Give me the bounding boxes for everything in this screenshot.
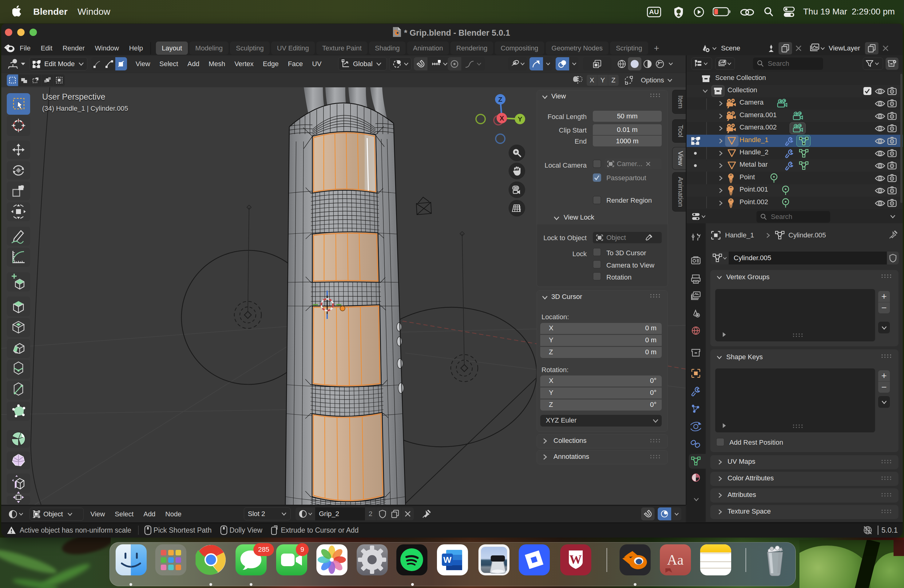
svg-text:Y: Y xyxy=(518,115,522,123)
svg-text:Aa: Aa xyxy=(667,552,684,568)
svg-text:Z: Z xyxy=(498,96,502,103)
svg-text:W: W xyxy=(569,552,582,566)
svg-text:W: W xyxy=(443,555,452,564)
svg-text:X: X xyxy=(499,114,504,122)
